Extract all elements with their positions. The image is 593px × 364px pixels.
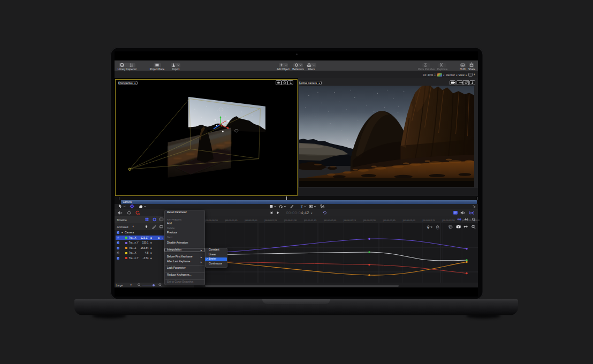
svg-text:T: T	[301, 204, 303, 209]
